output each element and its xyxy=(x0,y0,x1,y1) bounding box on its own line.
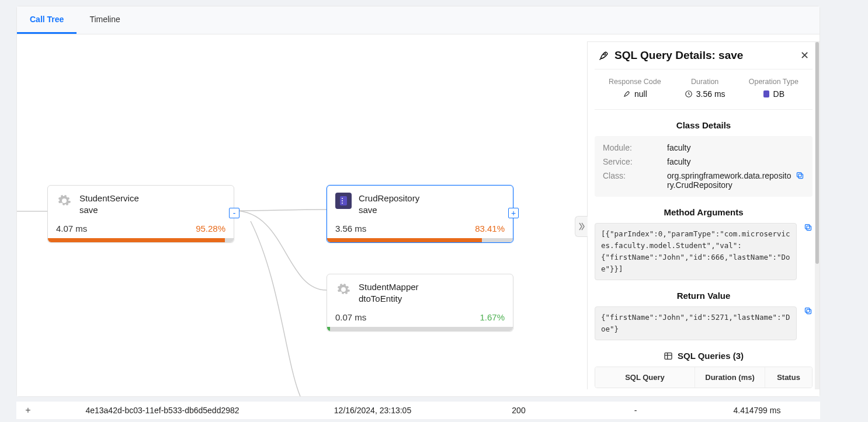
class-value: org.springframework.data.repository.Crud… xyxy=(667,171,792,190)
panel-title-text: SQL Query Details: save xyxy=(614,49,743,62)
svg-rect-0 xyxy=(340,196,347,205)
tab-call-tree[interactable]: Call Tree xyxy=(17,6,77,34)
col-sql-query: SQL Query xyxy=(595,367,695,388)
node-progress-bar xyxy=(327,238,513,242)
trace-dash: - xyxy=(577,406,694,415)
table-icon xyxy=(664,351,673,361)
col-status: Status xyxy=(765,367,812,388)
svg-rect-5 xyxy=(763,90,769,97)
copy-icon[interactable] xyxy=(800,306,813,315)
close-icon[interactable]: ✕ xyxy=(800,49,809,62)
svg-rect-10 xyxy=(807,309,811,314)
node-progress-bar xyxy=(48,238,234,242)
summary-row: Response Code null Duration 3.56 ms xyxy=(595,69,813,110)
op-type-value: DB xyxy=(773,89,784,99)
response-code-label: Response Code xyxy=(609,78,661,86)
node-student-mapper[interactable]: StudentMapper dtoToEntity 0.07 ms 1.67% xyxy=(327,274,513,332)
service-value: faculty xyxy=(667,157,804,166)
gear-icon xyxy=(335,281,352,298)
svg-rect-12 xyxy=(665,353,672,359)
response-code-value: null xyxy=(634,89,647,99)
node-method: save xyxy=(79,204,139,216)
node-duration: 3.56 ms xyxy=(335,224,366,233)
call-tree-canvas[interactable]: StudentService save 4.07 ms 95.28% - Cru… xyxy=(17,34,820,396)
trace-status-code: 200 xyxy=(460,406,577,415)
svg-rect-7 xyxy=(797,173,802,177)
svg-point-3 xyxy=(342,203,343,204)
class-details-block: Module: faculty Service: faculty Class: … xyxy=(595,136,813,197)
expand-row-button[interactable]: + xyxy=(16,405,40,416)
node-header: StudentMapper dtoToEntity xyxy=(327,274,513,309)
tab-timeline[interactable]: Timeline xyxy=(77,6,133,34)
method-args-heading: Method Arguments xyxy=(595,207,813,217)
node-header: StudentService save xyxy=(48,186,234,220)
return-value-heading: Return Value xyxy=(595,291,813,301)
trace-id: 4e13a42d-bc03-11ef-b533-db6d5edd2982 xyxy=(40,406,285,415)
collapse-toggle[interactable]: - xyxy=(229,208,239,218)
node-title: StudentMapper xyxy=(359,281,419,293)
sql-queries-heading: SQL Queries (3) xyxy=(678,351,744,361)
copy-icon[interactable] xyxy=(792,171,804,190)
tab-bar: Call Tree Timeline xyxy=(17,6,820,34)
node-duration: 0.07 ms xyxy=(335,312,366,322)
node-percent: 83.41% xyxy=(475,224,505,233)
node-header: CrudRepository save xyxy=(327,186,513,220)
clock-icon xyxy=(685,90,693,98)
op-type-label: Operation Type xyxy=(749,78,798,86)
copy-icon[interactable] xyxy=(800,223,813,232)
module-value: faculty xyxy=(667,143,804,152)
gear-icon xyxy=(56,193,72,209)
col-duration: Duration (ms) xyxy=(695,367,765,388)
service-label: Service: xyxy=(603,157,667,166)
panel-scrollbar[interactable] xyxy=(815,42,820,389)
trace-summary-row: + 4e13a42d-bc03-11ef-b533-db6d5edd2982 1… xyxy=(16,402,820,419)
node-percent: 1.67% xyxy=(480,312,505,322)
node-title: CrudRepository xyxy=(359,193,419,204)
svg-point-1 xyxy=(342,198,343,199)
duration-label: Duration xyxy=(691,78,718,86)
root-edge xyxy=(17,211,47,212)
rocket-icon xyxy=(623,90,631,98)
class-details-heading: Class Details xyxy=(595,120,813,130)
sql-queries-table: SQL Query Duration (ms) Status xyxy=(595,367,813,388)
svg-rect-6 xyxy=(798,174,803,179)
svg-rect-9 xyxy=(805,225,810,229)
node-crud-repository[interactable]: CrudRepository save 3.56 ms 83.41% + xyxy=(327,185,513,243)
storage-icon xyxy=(763,90,770,98)
svg-rect-11 xyxy=(805,308,810,313)
trace-total-duration: 4.414799 ms xyxy=(694,406,820,415)
svg-rect-8 xyxy=(807,226,811,231)
node-method: dtoToEntity xyxy=(359,293,419,305)
class-label: Class: xyxy=(603,171,667,190)
node-method: save xyxy=(359,204,419,216)
trace-timestamp: 12/16/2024, 23:13:05 xyxy=(285,406,460,415)
module-label: Module: xyxy=(603,143,667,152)
node-percent: 95.28% xyxy=(196,224,225,233)
storage-icon xyxy=(335,193,352,209)
node-duration: 4.07 ms xyxy=(56,224,87,233)
trace-viewer-container: Call Tree Timeline StudentService save 4… xyxy=(16,6,820,397)
chevron-right-double-icon xyxy=(579,222,585,231)
duration-value: 3.56 ms xyxy=(696,89,725,99)
node-student-service[interactable]: StudentService save 4.07 ms 95.28% - xyxy=(47,185,234,243)
scrollbar-thumb[interactable] xyxy=(815,42,819,264)
expand-toggle[interactable]: + xyxy=(508,208,519,218)
method-args-code: [{"parIndex":0,"paramType":"com.microser… xyxy=(595,223,797,280)
return-value-code: {"firstName":"John","id":5271,"lastName"… xyxy=(595,306,797,340)
details-panel: SQL Query Details: save ✕ Response Code … xyxy=(587,41,820,389)
rocket-icon xyxy=(598,50,610,61)
svg-point-2 xyxy=(342,200,343,201)
panel-collapse-handle[interactable] xyxy=(575,216,588,237)
node-title: StudentService xyxy=(79,193,139,204)
node-progress-bar xyxy=(327,327,513,331)
